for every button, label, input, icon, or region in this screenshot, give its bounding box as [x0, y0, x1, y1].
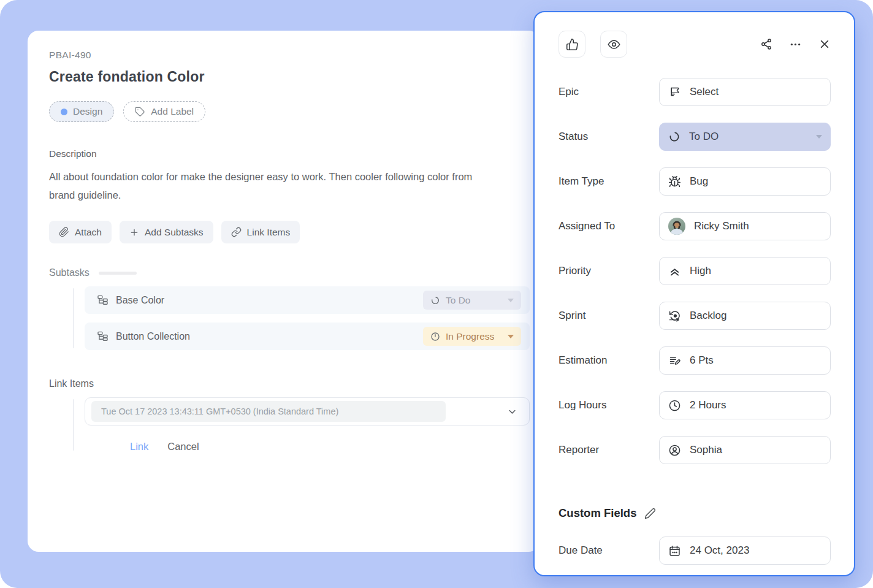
field-label-reporter: Reporter: [558, 444, 659, 456]
clock-icon: [430, 332, 440, 342]
avatar: [668, 218, 685, 235]
custom-fields-heading: Custom Fields: [558, 506, 636, 520]
add-subtasks-label: Add Subtasks: [145, 227, 204, 238]
field-label-estimation: Estimation: [558, 354, 659, 367]
estimation-icon: [668, 354, 681, 367]
field-label-status: Status: [558, 131, 659, 143]
subtask-row[interactable]: Base Color To Do: [85, 286, 530, 314]
description-heading: Description: [49, 148, 539, 159]
subtasks-list: Base Color To Do Button Collection: [49, 286, 539, 350]
link-confirm-button[interactable]: Link: [130, 441, 148, 452]
field-label-log-hours: Log Hours: [558, 399, 659, 411]
field-label-due-date: Due Date: [558, 544, 659, 557]
reporter-value: Sophia: [690, 444, 722, 456]
paperclip-icon: [59, 227, 69, 237]
clock-icon: [668, 399, 681, 412]
subtask-status-dropdown[interactable]: In Progress: [423, 327, 521, 346]
field-label-epic: Epic: [558, 86, 659, 98]
estimation-field[interactable]: 6 Pts: [659, 346, 831, 375]
task-id: PBAI-490: [49, 50, 539, 61]
chevron-down-icon: [506, 406, 518, 418]
link-items-section: Tue Oct 17 2023 13:43:11 GMT+0530 (India…: [49, 397, 539, 452]
like-button[interactable]: [558, 31, 585, 58]
field-label-sprint: Sprint: [558, 310, 659, 322]
link-item-selected-value: Tue Oct 17 2023 13:43:11 GMT+0530 (India…: [91, 401, 446, 422]
reporter-select[interactable]: Sophia: [659, 436, 831, 464]
watch-button[interactable]: [600, 31, 627, 58]
epic-value: Select: [690, 86, 719, 98]
description-body: All about foundation color for make the …: [49, 167, 478, 204]
sprint-select[interactable]: Backlog: [659, 302, 831, 330]
field-label-priority: Priority: [558, 265, 659, 277]
subtask-title: Button Collection: [116, 331, 423, 342]
log-hours-value: 2 Hours: [690, 399, 726, 411]
subtask-status-dropdown[interactable]: To Do: [423, 291, 521, 310]
item-type-select[interactable]: Bug: [659, 167, 831, 196]
attach-label: Attach: [75, 227, 102, 238]
subtask-status-text: In Progress: [446, 331, 494, 342]
label-chips: Design Add Label: [49, 101, 539, 122]
link-items-button[interactable]: Link Items: [221, 221, 300, 243]
estimation-value: 6 Pts: [690, 354, 714, 367]
subtask-title: Base Color: [116, 295, 423, 306]
label-chip-design[interactable]: Design: [49, 101, 114, 122]
spinner-icon: [668, 131, 680, 143]
due-date-picker[interactable]: 24 Oct, 2023: [659, 536, 831, 565]
task-detail-card: PBAI-490 Create fondation Color Design A…: [28, 31, 539, 552]
add-label-text: Add Label: [151, 106, 194, 117]
assignee-select[interactable]: Ricky Smith: [659, 212, 831, 240]
subtask-tree-icon: [97, 330, 109, 342]
subtask-row[interactable]: Button Collection In Progress: [85, 323, 530, 350]
close-icon[interactable]: [818, 38, 831, 50]
assignee-value: Ricky Smith: [694, 220, 749, 232]
add-subtasks-button[interactable]: Add Subtasks: [120, 221, 213, 243]
eye-icon: [608, 38, 620, 51]
plus-icon: [129, 227, 139, 237]
spinner-icon: [430, 296, 440, 305]
reporter-icon: [668, 444, 681, 457]
link-items-heading: Link Items: [49, 378, 539, 389]
task-title: Create fondation Color: [49, 69, 539, 85]
priority-select[interactable]: High: [659, 257, 831, 285]
subtask-tree-icon: [97, 294, 109, 306]
link-cancel-button[interactable]: Cancel: [167, 441, 199, 452]
app-background: PBAI-490 Create fondation Color Design A…: [0, 0, 873, 588]
subtask-status-text: To Do: [446, 295, 471, 306]
item-type-value: Bug: [690, 175, 708, 188]
task-actions: Attach Add Subtasks Link Items: [49, 221, 539, 243]
edit-pencil-icon[interactable]: [644, 508, 656, 519]
share-icon[interactable]: [760, 38, 772, 50]
link-item-select[interactable]: Tue Oct 17 2023 13:43:11 GMT+0530 (India…: [85, 397, 530, 426]
status-select[interactable]: To DO: [659, 123, 831, 151]
calendar-icon: [668, 544, 681, 557]
link-icon: [231, 227, 242, 237]
field-list: Epic Select Status To DO: [558, 78, 831, 464]
task-properties-panel: Epic Select Status To DO: [533, 11, 855, 576]
caret-down-icon: [508, 335, 514, 338]
epic-icon: [668, 86, 681, 99]
caret-down-icon: [816, 135, 822, 139]
thumbs-up-icon: [566, 38, 579, 51]
tree-connector-line: [73, 288, 74, 348]
bug-icon: [668, 175, 681, 188]
link-items-label: Link Items: [247, 227, 291, 238]
sprint-icon: [668, 310, 681, 323]
due-date-value: 24 Oct, 2023: [690, 544, 749, 557]
tree-connector-line: [73, 399, 74, 451]
label-color-dot: [61, 109, 67, 115]
status-value: To DO: [689, 131, 719, 143]
priority-value: High: [690, 265, 711, 277]
add-label-button[interactable]: Add Label: [123, 101, 205, 122]
field-label-assigned-to: Assigned To: [558, 220, 659, 232]
label-chip-text: Design: [73, 106, 102, 117]
caret-down-icon: [508, 299, 514, 302]
subtasks-heading: Subtasks: [49, 267, 90, 278]
epic-select[interactable]: Select: [659, 78, 831, 106]
sprint-value: Backlog: [690, 310, 726, 322]
tag-icon: [135, 107, 145, 117]
attach-button[interactable]: Attach: [49, 221, 112, 243]
panel-toolbar: [558, 31, 831, 58]
log-hours-field[interactable]: 2 Hours: [659, 391, 831, 419]
more-icon[interactable]: [789, 38, 802, 51]
priority-high-icon: [668, 265, 681, 278]
